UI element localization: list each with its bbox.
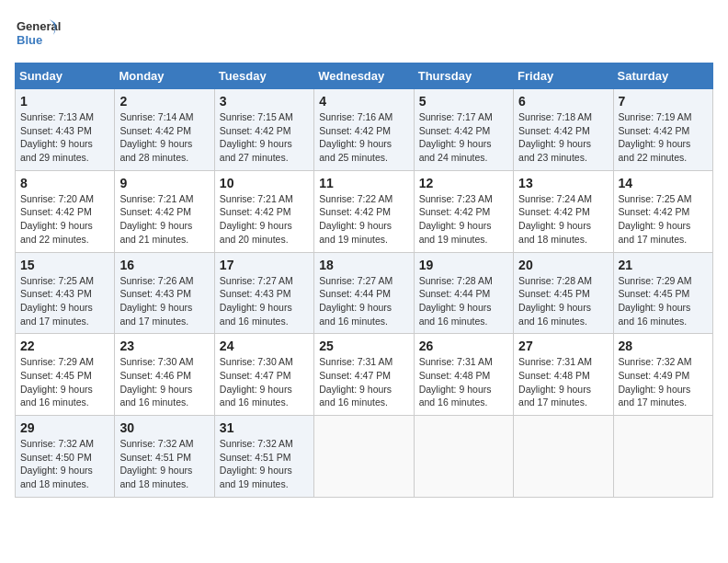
day-info: Sunrise: 7:23 AM Sunset: 4:42 PM Dayligh… [419,192,508,247]
day-number: 26 [419,339,508,353]
week-row-5: 29Sunrise: 7:32 AM Sunset: 4:50 PM Dayli… [16,416,713,498]
day-cell: 29Sunrise: 7:32 AM Sunset: 4:50 PM Dayli… [16,416,115,498]
day-number: 28 [619,339,708,353]
day-info: Sunrise: 7:14 AM Sunset: 4:42 PM Dayligh… [119,110,209,165]
logo: GeneralBlue [15,15,61,52]
week-row-3: 15Sunrise: 7:25 AM Sunset: 4:43 PM Dayli… [16,252,713,334]
day-cell: 22Sunrise: 7:29 AM Sunset: 4:45 PM Dayli… [16,334,115,416]
day-number: 7 [619,94,708,109]
day-info: Sunrise: 7:21 AM Sunset: 4:42 PM Dayligh… [119,192,209,247]
day-cell: 31Sunrise: 7:32 AM Sunset: 4:51 PM Dayli… [214,416,313,498]
day-info: Sunrise: 7:22 AM Sunset: 4:42 PM Dayligh… [319,192,408,247]
logo-icon: GeneralBlue [15,15,61,52]
day-cell: 15Sunrise: 7:25 AM Sunset: 4:43 PM Dayli… [16,252,115,334]
calendar-header: SundayMondayTuesdayWednesdayThursdayFrid… [16,63,713,89]
day-info: Sunrise: 7:25 AM Sunset: 4:43 PM Dayligh… [20,274,109,328]
day-number: 22 [20,339,109,353]
week-row-1: 1Sunrise: 7:13 AM Sunset: 4:43 PM Daylig… [16,89,713,171]
day-cell: 21Sunrise: 7:29 AM Sunset: 4:45 PM Dayli… [613,252,712,334]
header-cell-friday: Friday [514,63,613,89]
day-number: 9 [119,176,209,190]
day-cell: 17Sunrise: 7:27 AM Sunset: 4:43 PM Dayli… [214,252,313,334]
day-cell [414,416,513,498]
day-cell [314,416,414,498]
day-info: Sunrise: 7:30 AM Sunset: 4:47 PM Dayligh… [220,355,309,409]
day-info: Sunrise: 7:25 AM Sunset: 4:42 PM Dayligh… [619,192,708,247]
day-cell: 11Sunrise: 7:22 AM Sunset: 4:42 PM Dayli… [314,170,414,252]
day-cell: 27Sunrise: 7:31 AM Sunset: 4:48 PM Dayli… [514,334,613,416]
week-row-4: 22Sunrise: 7:29 AM Sunset: 4:45 PM Dayli… [16,334,713,416]
day-cell: 28Sunrise: 7:32 AM Sunset: 4:49 PM Dayli… [613,334,712,416]
day-number: 6 [518,94,608,109]
day-number: 15 [20,258,109,272]
day-number: 27 [518,339,608,353]
day-cell: 10Sunrise: 7:21 AM Sunset: 4:42 PM Dayli… [214,170,313,252]
day-number: 11 [319,176,408,190]
day-cell: 8Sunrise: 7:20 AM Sunset: 4:42 PM Daylig… [16,170,115,252]
day-info: Sunrise: 7:13 AM Sunset: 4:43 PM Dayligh… [20,110,109,165]
day-cell: 14Sunrise: 7:25 AM Sunset: 4:42 PM Dayli… [613,170,712,252]
day-number: 1 [20,94,109,109]
day-cell [514,416,613,498]
day-info: Sunrise: 7:32 AM Sunset: 4:49 PM Dayligh… [619,355,708,409]
day-cell: 2Sunrise: 7:14 AM Sunset: 4:42 PM Daylig… [115,89,214,171]
day-info: Sunrise: 7:32 AM Sunset: 4:50 PM Dayligh… [20,437,109,491]
day-cell: 20Sunrise: 7:28 AM Sunset: 4:45 PM Dayli… [514,252,613,334]
day-info: Sunrise: 7:17 AM Sunset: 4:42 PM Dayligh… [419,110,508,165]
day-number: 3 [220,94,309,109]
day-number: 12 [419,176,508,190]
day-number: 17 [220,258,309,272]
day-info: Sunrise: 7:20 AM Sunset: 4:42 PM Dayligh… [20,192,109,247]
day-info: Sunrise: 7:32 AM Sunset: 4:51 PM Dayligh… [119,437,209,491]
day-cell: 16Sunrise: 7:26 AM Sunset: 4:43 PM Dayli… [115,252,214,334]
day-number: 21 [619,258,708,272]
day-cell: 3Sunrise: 7:15 AM Sunset: 4:42 PM Daylig… [214,89,313,171]
day-cell: 13Sunrise: 7:24 AM Sunset: 4:42 PM Dayli… [514,170,613,252]
day-cell: 26Sunrise: 7:31 AM Sunset: 4:48 PM Dayli… [414,334,513,416]
day-info: Sunrise: 7:31 AM Sunset: 4:48 PM Dayligh… [518,355,608,409]
week-row-2: 8Sunrise: 7:20 AM Sunset: 4:42 PM Daylig… [16,170,713,252]
day-cell: 4Sunrise: 7:16 AM Sunset: 4:42 PM Daylig… [314,89,414,171]
day-number: 29 [20,420,109,435]
header-row: SundayMondayTuesdayWednesdayThursdayFrid… [16,63,713,89]
day-number: 16 [119,258,209,272]
day-number: 2 [119,94,209,109]
svg-text:Blue: Blue [17,33,42,47]
day-info: Sunrise: 7:29 AM Sunset: 4:45 PM Dayligh… [20,355,109,409]
day-cell: 24Sunrise: 7:30 AM Sunset: 4:47 PM Dayli… [214,334,313,416]
day-number: 18 [319,258,408,272]
day-cell: 6Sunrise: 7:18 AM Sunset: 4:42 PM Daylig… [514,89,613,171]
day-info: Sunrise: 7:19 AM Sunset: 4:42 PM Dayligh… [619,110,708,165]
day-number: 8 [20,176,109,190]
day-number: 13 [518,176,608,190]
day-info: Sunrise: 7:26 AM Sunset: 4:43 PM Dayligh… [119,274,209,328]
header-cell-wednesday: Wednesday [314,63,414,89]
header-cell-saturday: Saturday [613,63,712,89]
day-info: Sunrise: 7:30 AM Sunset: 4:46 PM Dayligh… [119,355,209,409]
day-info: Sunrise: 7:16 AM Sunset: 4:42 PM Dayligh… [319,110,408,165]
header-cell-monday: Monday [115,63,214,89]
day-info: Sunrise: 7:28 AM Sunset: 4:45 PM Dayligh… [518,274,608,328]
day-cell: 18Sunrise: 7:27 AM Sunset: 4:44 PM Dayli… [314,252,414,334]
day-cell: 9Sunrise: 7:21 AM Sunset: 4:42 PM Daylig… [115,170,214,252]
day-info: Sunrise: 7:31 AM Sunset: 4:48 PM Dayligh… [419,355,508,409]
day-info: Sunrise: 7:31 AM Sunset: 4:47 PM Dayligh… [319,355,408,409]
day-cell: 1Sunrise: 7:13 AM Sunset: 4:43 PM Daylig… [16,89,115,171]
day-info: Sunrise: 7:15 AM Sunset: 4:42 PM Dayligh… [220,110,309,165]
day-cell: 23Sunrise: 7:30 AM Sunset: 4:46 PM Dayli… [115,334,214,416]
day-cell: 25Sunrise: 7:31 AM Sunset: 4:47 PM Dayli… [314,334,414,416]
day-info: Sunrise: 7:27 AM Sunset: 4:44 PM Dayligh… [319,274,408,328]
page-header: GeneralBlue [15,15,713,52]
day-info: Sunrise: 7:28 AM Sunset: 4:44 PM Dayligh… [419,274,508,328]
day-number: 30 [119,420,209,435]
day-number: 10 [220,176,309,190]
day-info: Sunrise: 7:24 AM Sunset: 4:42 PM Dayligh… [518,192,608,247]
day-number: 19 [419,258,508,272]
day-number: 24 [220,339,309,353]
day-info: Sunrise: 7:21 AM Sunset: 4:42 PM Dayligh… [220,192,309,247]
svg-text:General: General [17,19,61,33]
day-cell: 19Sunrise: 7:28 AM Sunset: 4:44 PM Dayli… [414,252,513,334]
calendar-table: SundayMondayTuesdayWednesdayThursdayFrid… [15,63,713,498]
day-number: 4 [319,94,408,109]
day-number: 23 [119,339,209,353]
